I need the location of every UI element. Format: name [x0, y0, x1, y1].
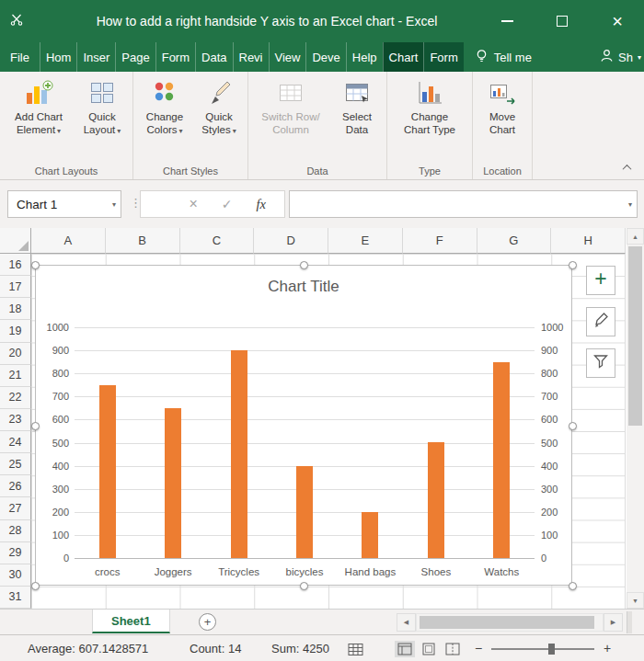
ribbon-tab-hom-1[interactable]: Hom	[40, 42, 76, 72]
ribbon-tab-revi-6[interactable]: Revi	[233, 42, 269, 72]
zoom-out-button[interactable]: −	[471, 641, 486, 655]
quick-styles-button[interactable]: QuickStyles▾	[193, 74, 245, 164]
row-header-25[interactable]: 25	[0, 453, 31, 475]
row-header-31[interactable]: 31	[0, 587, 31, 609]
move-chart-button[interactable]: MoveChart	[476, 74, 529, 164]
name-box[interactable]: Chart 1 ▾	[7, 190, 121, 218]
column-header-g[interactable]: G	[477, 228, 552, 254]
row-header-22[interactable]: 22	[0, 387, 31, 409]
ribbon-tab-deve-8[interactable]: Deve	[305, 42, 345, 72]
page-break-view-button[interactable]	[443, 641, 463, 657]
row-header-29[interactable]: 29	[0, 542, 31, 564]
row-header-27[interactable]: 27	[0, 497, 31, 519]
chart-elements-button[interactable]: +	[586, 266, 615, 295]
column-header-b[interactable]: B	[106, 228, 180, 254]
chart-selection-handle[interactable]	[31, 261, 40, 269]
scroll-up-button[interactable]: ▲	[627, 228, 644, 245]
chart-bar-bicycles[interactable]	[296, 466, 313, 558]
cancel-button[interactable]: ×	[189, 197, 197, 211]
horizontal-scrollbar-thumb[interactable]	[420, 616, 594, 629]
chart-styles-button[interactable]	[586, 307, 615, 336]
ribbon-tab-help-9[interactable]: Help	[346, 42, 383, 72]
chart-selection-handle[interactable]	[569, 582, 577, 590]
row-header-28[interactable]: 28	[0, 520, 31, 542]
column-header-a[interactable]: A	[31, 228, 106, 254]
row-header-19[interactable]: 19	[0, 320, 31, 342]
select-data-button[interactable]: SelectData	[330, 74, 384, 164]
chart-object[interactable]: Chart Title 1000100090090080080070070060…	[35, 265, 572, 586]
change-chart-type-button[interactable]: ChangeChart Type	[390, 74, 469, 164]
ribbon-tab-file-0[interactable]: File	[0, 42, 40, 72]
insert-function-button[interactable]: fx	[257, 197, 266, 212]
ribbon-tab-inser-2[interactable]: Inser	[76, 42, 115, 72]
tell-me-button[interactable]: Tell me	[466, 42, 541, 72]
scroll-down-button[interactable]: ▼	[627, 592, 644, 609]
row-header-30[interactable]: 30	[0, 564, 31, 587]
horizontal-scrollbar[interactable]	[416, 613, 604, 632]
column-header-e[interactable]: E	[328, 228, 403, 254]
chart-bar-crocs[interactable]	[99, 385, 116, 558]
zoom-slider-thumb[interactable]	[548, 644, 555, 655]
zoom-in-button[interactable]: +	[600, 641, 615, 655]
chart-bar-hand-bags[interactable]	[362, 512, 378, 558]
add-sheet-button[interactable]: +	[199, 613, 216, 631]
ribbon-tab-page-3[interactable]: Page	[115, 42, 155, 72]
name-box-dropdown-icon[interactable]: ▾	[112, 200, 116, 209]
row-header-24[interactable]: 24	[0, 431, 31, 453]
share-button[interactable]: Sh ▾	[592, 42, 644, 72]
ribbon-tab-data-5[interactable]: Data	[195, 42, 232, 72]
scissors-icon[interactable]	[9, 12, 28, 30]
quick-layout-button[interactable]: QuickLayout▾	[75, 74, 130, 164]
chart-title[interactable]: Chart Title	[36, 278, 571, 296]
collapse-ribbon-button[interactable]	[618, 161, 635, 174]
close-button[interactable]: ×	[591, 0, 644, 42]
minimize-button[interactable]	[480, 0, 534, 42]
hscroll-right-button[interactable]: ▶	[604, 613, 623, 632]
chart-bar-watchs[interactable]	[493, 362, 510, 558]
change-chart-type-icon	[415, 77, 444, 108]
row-header-20[interactable]: 20	[0, 343, 31, 365]
column-header-f[interactable]: F	[403, 228, 477, 254]
switch-row-column-button[interactable]: Switch Row/Column	[251, 74, 330, 164]
tab-splitter-handle[interactable]	[627, 611, 632, 633]
y-axis-left-label: 700	[38, 391, 69, 402]
chart-filters-button[interactable]	[586, 348, 615, 378]
row-header-21[interactable]: 21	[0, 365, 31, 387]
chart-selection-handle[interactable]	[569, 422, 577, 430]
chart-selection-handle[interactable]	[569, 261, 577, 269]
page-layout-view-button[interactable]	[419, 641, 439, 657]
ribbon-tab-view-7[interactable]: View	[269, 42, 306, 72]
maximize-button[interactable]	[535, 0, 589, 42]
chart-selection-handle[interactable]	[31, 422, 40, 430]
sheet-tab-sheet1[interactable]: Sheet1	[92, 610, 170, 633]
select-all-button[interactable]	[0, 228, 31, 254]
row-header-18[interactable]: 18	[0, 298, 31, 320]
ribbon-tab-form-4[interactable]: Form	[155, 42, 195, 72]
row-header-23[interactable]: 23	[0, 409, 31, 431]
chart-selection-handle[interactable]	[300, 261, 308, 269]
formula-bar-expand-icon[interactable]: ▾	[628, 200, 632, 209]
column-header-c[interactable]: C	[180, 228, 255, 254]
row-header-26[interactable]: 26	[0, 475, 31, 497]
normal-view-button[interactable]	[395, 641, 415, 657]
ribbon-tab-chart-10[interactable]: Chart	[383, 42, 424, 72]
ribbon-tab-form-11[interactable]: Form	[423, 42, 463, 72]
change-colors-button[interactable]: ChangeColors▾	[136, 74, 193, 164]
formula-input[interactable]: ▾	[289, 190, 638, 218]
hscroll-left-button[interactable]: ◀	[397, 613, 416, 632]
chart-selection-handle[interactable]	[300, 582, 308, 590]
enter-button[interactable]: ✓	[222, 198, 233, 211]
column-header-h[interactable]: H	[551, 228, 626, 254]
row-header-17[interactable]: 17	[0, 276, 31, 298]
cell-mode-grid-icon[interactable]	[345, 641, 365, 657]
add-chart-element-button[interactable]: Add ChartElement▾	[3, 74, 75, 164]
chart-bar-shoes[interactable]	[428, 442, 444, 558]
chart-selection-handle[interactable]	[31, 582, 40, 590]
zoom-slider[interactable]	[491, 648, 594, 650]
row-header-16[interactable]: 16	[0, 254, 31, 276]
vertical-scrollbar-thumb[interactable]	[628, 246, 642, 426]
chart-bar-joggers[interactable]	[165, 408, 181, 558]
vertical-scrollbar[interactable]: ▲ ▼	[627, 228, 644, 609]
column-header-d[interactable]: D	[254, 228, 328, 254]
chart-bar-tricycles[interactable]	[231, 350, 247, 558]
